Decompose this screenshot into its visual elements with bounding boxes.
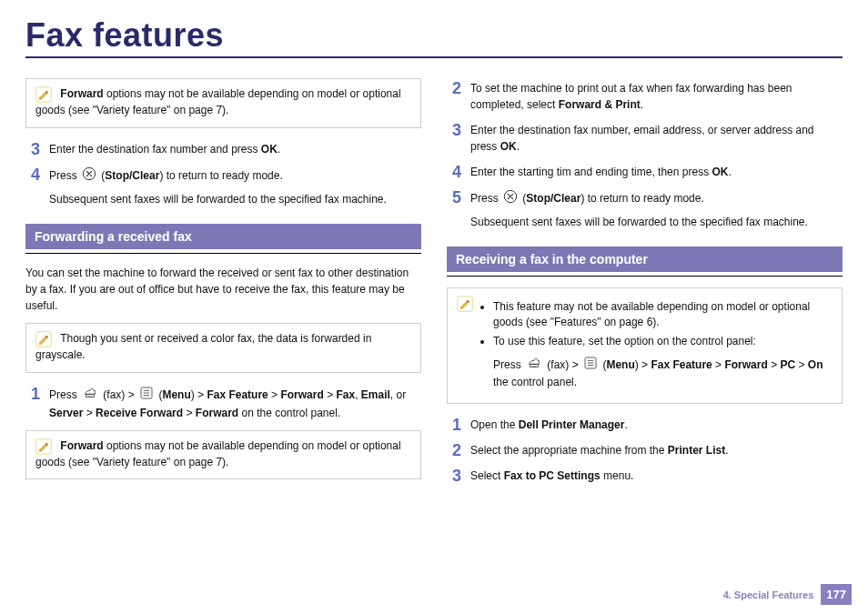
page-footer: 4. Special Features 177 bbox=[723, 584, 852, 605]
page-title: Fax features bbox=[25, 16, 843, 55]
t: To use this feature, set the option on t… bbox=[493, 335, 756, 347]
b: Forward bbox=[280, 388, 323, 400]
step-number: 2 bbox=[447, 80, 461, 113]
rstep-3: 3 Select Fax to PC Settings menu. bbox=[447, 468, 843, 484]
b: Fax Feature bbox=[207, 388, 267, 400]
b: Dell Printer Manager bbox=[519, 418, 625, 431]
section-receiving-computer: Receiving a fax in the computer bbox=[447, 247, 843, 272]
step-text: Enter the destination fax number and pre… bbox=[49, 143, 261, 156]
step-number: 3 bbox=[447, 468, 461, 484]
pencil-icon bbox=[35, 438, 52, 455]
t: Press bbox=[49, 388, 80, 400]
step-number: 4 bbox=[25, 166, 40, 207]
t: > bbox=[712, 358, 725, 371]
note-receiving-computer: This feature may not be available depend… bbox=[447, 287, 843, 404]
rcstep-3: 3 Enter the destination fax number, emai… bbox=[447, 122, 843, 155]
menu-icon bbox=[583, 356, 598, 375]
t: > bbox=[324, 388, 337, 400]
step-number: 1 bbox=[447, 417, 461, 433]
t: ) > bbox=[635, 358, 651, 371]
step-number: 3 bbox=[25, 141, 40, 157]
t: Enter the destination fax number, email … bbox=[470, 124, 814, 153]
footer-page-number: 177 bbox=[821, 584, 852, 605]
t: . bbox=[641, 98, 643, 111]
t: ) to return to ready mode. bbox=[580, 192, 703, 205]
step-bold: OK bbox=[261, 143, 278, 156]
t: the control panel. bbox=[493, 376, 577, 388]
b: PC bbox=[780, 358, 795, 371]
t: > bbox=[768, 358, 781, 371]
t: > bbox=[183, 407, 196, 419]
step-text: . bbox=[278, 143, 280, 156]
note-forward-options-1: Forward options may not be available dep… bbox=[25, 78, 421, 128]
b: Forward & Print bbox=[559, 98, 641, 111]
note-li-1: This feature may not be available depend… bbox=[493, 299, 833, 330]
note-bold: Forward bbox=[60, 439, 103, 452]
t: . bbox=[624, 418, 627, 431]
right-column: 2 To set the machine to print out a fax … bbox=[447, 71, 843, 493]
left-column: Forward options may not be available dep… bbox=[25, 71, 421, 493]
rstep-1: 1 Open the Dell Printer Manager. bbox=[447, 417, 843, 433]
rcstep-2: 2 To set the machine to print out a fax … bbox=[447, 80, 843, 113]
t: Press bbox=[470, 192, 501, 205]
b: Printer List bbox=[668, 444, 725, 457]
step-text: ) to return to ready mode. bbox=[159, 168, 282, 181]
note-forward-options-2: Forward options may not be available dep… bbox=[25, 430, 421, 480]
t: > bbox=[83, 407, 96, 419]
note-text: Though you sent or received a color fax,… bbox=[35, 332, 371, 361]
fstep-1: 1 Press (fax) > (Menu) > Fax Feature > F… bbox=[25, 386, 421, 421]
b: Fax to PC Settings bbox=[504, 469, 601, 482]
t: Press bbox=[493, 358, 524, 371]
rcstep-5: 5 Press (Stop/Clear) to return to ready … bbox=[447, 189, 843, 230]
t: Select the appropriate machine from the bbox=[470, 444, 668, 457]
b: Server bbox=[49, 407, 83, 419]
step-number: 5 bbox=[447, 189, 461, 230]
b: Menu bbox=[162, 388, 190, 400]
t: . bbox=[725, 444, 728, 457]
t: Enter the starting tim and ending time, … bbox=[470, 166, 712, 178]
pencil-icon bbox=[35, 331, 52, 347]
steps-continue-right: 2 To set the machine to print out a fax … bbox=[447, 80, 843, 230]
b: Menu bbox=[606, 358, 634, 371]
t: (fax) > bbox=[103, 388, 137, 400]
t: Select bbox=[470, 469, 504, 482]
section-forwarding-received: Forwarding a received fax bbox=[25, 224, 421, 249]
b: On bbox=[808, 358, 823, 371]
content-columns: Forward options may not be available dep… bbox=[25, 71, 843, 493]
steps-forward-received: 1 Press (fax) > (Menu) > Fax Feature > F… bbox=[25, 386, 421, 421]
step-bold: Stop/Clear bbox=[105, 168, 159, 181]
b: Stop/Clear bbox=[526, 192, 580, 205]
t: > bbox=[268, 388, 281, 400]
section-intro: You can set the machine to forward the r… bbox=[25, 265, 421, 314]
t: on the control panel. bbox=[238, 407, 340, 419]
step-number: 1 bbox=[25, 386, 40, 421]
b: OK bbox=[712, 166, 728, 178]
step-subtext: Subsequent sent faxes will be forwarded … bbox=[49, 191, 421, 207]
steps-continue-left: 3 Enter the destination fax number and p… bbox=[25, 141, 421, 207]
note-grayscale: Though you sent or received a color fax,… bbox=[25, 323, 421, 373]
step-number: 2 bbox=[447, 442, 461, 458]
steps-receiving-computer: 1 Open the Dell Printer Manager. 2 Selec… bbox=[447, 417, 843, 484]
t: Open the bbox=[470, 418, 519, 431]
rcstep-4: 4 Enter the starting tim and ending time… bbox=[447, 164, 843, 180]
step-4: 4 Press (Stop/Clear) to return to ready … bbox=[25, 166, 421, 207]
t: , or bbox=[390, 388, 406, 400]
b: Receive Forward bbox=[96, 407, 183, 419]
footer-chapter: 4. Special Features bbox=[723, 589, 814, 600]
pencil-icon bbox=[457, 296, 473, 312]
t: > bbox=[795, 358, 808, 371]
section-underline bbox=[25, 253, 421, 254]
t: . bbox=[517, 140, 520, 153]
step-3: 3 Enter the destination fax number and p… bbox=[25, 141, 421, 157]
t: ) > bbox=[191, 388, 207, 400]
b: Fax Feature bbox=[651, 358, 712, 371]
section-underline bbox=[447, 276, 843, 277]
t: menu. bbox=[601, 469, 634, 482]
note-bold: Forward bbox=[60, 87, 103, 100]
t: (fax) > bbox=[547, 358, 581, 371]
b: Fax bbox=[336, 388, 355, 400]
t: . bbox=[728, 166, 731, 178]
pencil-icon bbox=[35, 86, 52, 103]
step-text: Press bbox=[49, 168, 80, 181]
step-number: 4 bbox=[447, 164, 461, 180]
